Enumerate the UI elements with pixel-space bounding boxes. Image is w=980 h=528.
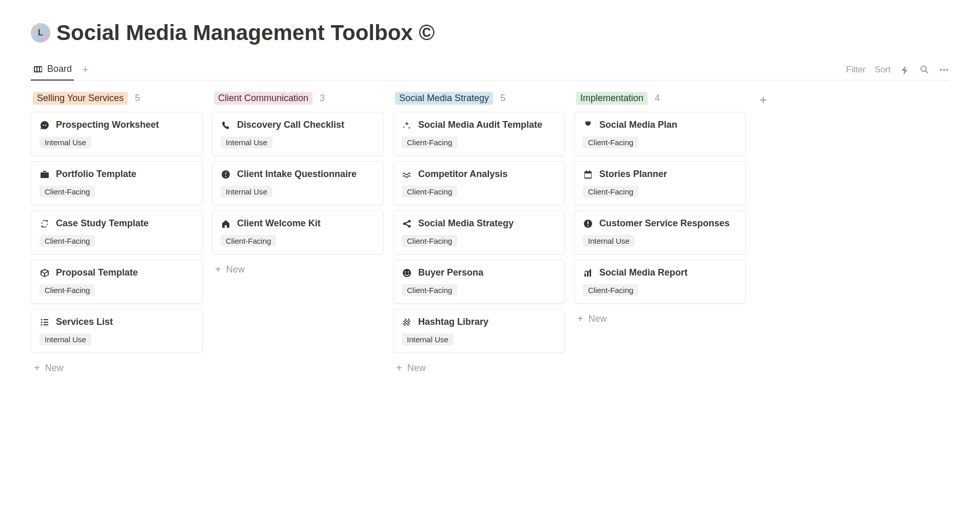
board-card[interactable]: Competitor AnalysisClient-Facing <box>393 161 565 205</box>
page-header: L Social Media Management Toolbox © <box>31 21 949 45</box>
card-title-row: Prospecting Worksheet <box>40 120 194 130</box>
card-tag: Client-Facing <box>402 235 457 247</box>
new-card-button[interactable]: +New <box>574 309 746 329</box>
card-tag: Client-Facing <box>40 186 95 198</box>
column-header[interactable]: Client Communication3 <box>212 92 384 105</box>
board-column: Social Media Strategy5Social Media Audit… <box>393 92 565 378</box>
card-title-row: Competitor Analysis <box>402 169 556 180</box>
board-column: Implementation4Social Media PlanClient-F… <box>574 92 746 329</box>
board-card[interactable]: Hashtag LibraryInternal Use <box>393 309 565 353</box>
filter-button[interactable]: Filter <box>846 65 866 75</box>
search-icon[interactable] <box>919 65 930 75</box>
card-title: Social Media Report <box>599 267 688 278</box>
card-title-row: Portfolio Template <box>40 169 194 180</box>
card-tag: Client-Facing <box>583 186 638 198</box>
more-icon[interactable] <box>939 65 949 75</box>
card-title: Case Study Template <box>56 218 149 229</box>
board-card[interactable]: Case Study TemplateClient-Facing <box>31 210 203 255</box>
new-card-button[interactable]: +New <box>393 358 565 378</box>
card-title: Buyer Persona <box>418 267 483 278</box>
new-label: New <box>226 264 245 275</box>
column-count: 5 <box>135 93 140 104</box>
board-card[interactable]: Discovery Call ChecklistInternal Use <box>212 112 384 156</box>
toolbar-actions: Filter Sort <box>846 65 949 75</box>
board-card[interactable]: Portfolio TemplateClient-Facing <box>31 161 203 205</box>
card-title: Social Media Strategy <box>418 218 514 229</box>
card-tag: Client-Facing <box>402 186 457 198</box>
board-card[interactable]: Social Media PlanClient-Facing <box>574 112 746 156</box>
card-tag: Internal Use <box>221 186 272 198</box>
card-title-row: Case Study Template <box>40 218 194 229</box>
plus-icon: + <box>34 362 40 374</box>
card-title-row: Discovery Call Checklist <box>221 120 375 130</box>
add-column-button[interactable]: + <box>755 92 771 108</box>
column-header[interactable]: Selling Your Services5 <box>31 92 203 105</box>
card-title: Discovery Call Checklist <box>237 120 344 130</box>
page-title: Social Media Management Toolbox © <box>56 21 435 45</box>
card-title-row: Social Media Strategy <box>402 218 556 229</box>
column-label: Social Media Strategy <box>395 92 493 105</box>
sort-button[interactable]: Sort <box>875 65 891 75</box>
board-card[interactable]: Social Media ReportClient-Facing <box>574 260 746 304</box>
phone-icon <box>221 120 231 130</box>
chat-icon <box>40 120 50 130</box>
board-card[interactable]: Stories PlannerClient-Facing <box>574 161 746 205</box>
board-card[interactable]: Proposal TemplateClient-Facing <box>31 260 203 304</box>
chart-icon <box>583 268 593 278</box>
column-header[interactable]: Implementation4 <box>574 92 746 105</box>
card-tag: Client-Facing <box>583 284 638 296</box>
column-label: Selling Your Services <box>33 92 128 105</box>
page-icon: L <box>31 23 50 43</box>
column-count: 3 <box>320 93 325 104</box>
card-tag: Internal Use <box>40 334 91 345</box>
card-title: Portfolio Template <box>56 169 136 180</box>
card-tag: Client-Facing <box>40 235 95 247</box>
card-tag: Client-Facing <box>221 235 276 247</box>
new-label: New <box>589 314 607 324</box>
card-title-row: Proposal Template <box>40 267 194 278</box>
board-card[interactable]: Social Media Audit TemplateClient-Facing <box>393 112 565 156</box>
tab-board[interactable]: Board <box>31 60 74 81</box>
plus-icon: + <box>396 362 402 374</box>
card-title: Competitor Analysis <box>418 169 507 180</box>
column-count: 4 <box>655 93 660 104</box>
new-card-button[interactable]: +New <box>212 260 384 280</box>
card-title-row: Social Media Plan <box>583 120 737 130</box>
column-count: 5 <box>500 93 505 104</box>
card-tag: Internal Use <box>221 136 272 148</box>
board-card[interactable]: Prospecting WorksheetInternal Use <box>31 112 203 156</box>
new-label: New <box>45 363 64 374</box>
board-card[interactable]: Buyer PersonaClient-Facing <box>393 260 565 304</box>
card-title: Social Media Audit Template <box>418 120 542 130</box>
new-card-button[interactable]: +New <box>31 358 203 378</box>
board-card[interactable]: Customer Service ResponsesInternal Use <box>574 210 746 255</box>
sparkle-icon <box>402 120 412 130</box>
board-icon <box>33 64 43 74</box>
card-title-row: Social Media Report <box>583 267 737 278</box>
card-title-row: Client Intake Questionnaire <box>221 169 375 180</box>
card-title: Proposal Template <box>56 267 138 278</box>
card-title: Client Welcome Kit <box>237 218 321 229</box>
card-title: Client Intake Questionnaire <box>237 169 357 180</box>
board-card[interactable]: Client Welcome KitClient-Facing <box>212 210 384 255</box>
board-card[interactable]: Services ListInternal Use <box>31 309 203 353</box>
card-title-row: Social Media Audit Template <box>402 120 556 130</box>
share-icon <box>402 219 412 229</box>
plus-icon: + <box>577 313 583 325</box>
column-header[interactable]: Social Media Strategy5 <box>393 92 565 105</box>
card-title-row: Stories Planner <box>583 169 737 180</box>
board-card[interactable]: Social Media StrategyClient-Facing <box>393 210 565 255</box>
card-title: Customer Service Responses <box>599 218 730 229</box>
refresh-icon <box>40 219 50 229</box>
card-tag: Client-Facing <box>402 136 457 148</box>
card-tag: Internal Use <box>402 334 454 345</box>
automations-icon[interactable] <box>900 65 910 75</box>
board-card[interactable]: Client Intake QuestionnaireInternal Use <box>212 161 384 205</box>
list-icon <box>40 317 50 327</box>
box-icon <box>40 268 50 278</box>
add-view-button[interactable]: + <box>78 63 93 76</box>
board-column: Selling Your Services5Prospecting Worksh… <box>31 92 203 378</box>
card-title: Social Media Plan <box>599 120 677 130</box>
card-title: Prospecting Worksheet <box>56 120 159 130</box>
exclaim-icon <box>583 219 593 229</box>
